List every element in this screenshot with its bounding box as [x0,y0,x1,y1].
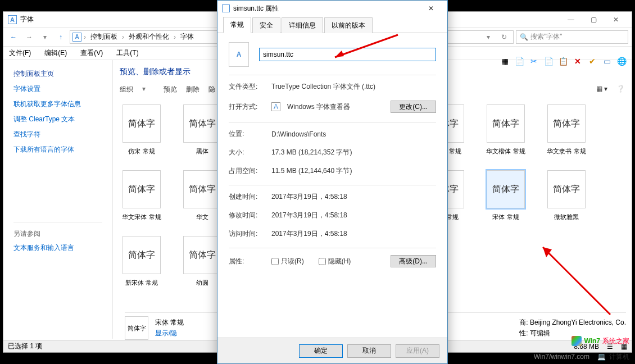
sidebar-home[interactable]: 控制面板主页 [13,69,102,79]
sidebar-link-2[interactable]: 调整 ClearType 文本 [13,115,102,124]
up-button[interactable]: ↑ [54,30,67,44]
font-item[interactable]: 简体字华文隶书 常规 [545,104,588,156]
cancel-button[interactable]: 取消 [347,344,391,358]
check-icon[interactable]: ✔ [587,56,598,67]
dialog-tabs: 常规 安全 详细信息 以前的版本 [217,16,447,33]
view-thumb-icon[interactable]: ▦ [499,56,510,67]
view-options-icon[interactable]: 📄 [514,56,525,67]
font-thumb: 简体字 [123,236,161,274]
search-icon: 🔍 [520,33,528,41]
menu-tools[interactable]: 工具(T) [114,47,140,59]
sidebar-seealso-label: 另请参阅 [13,229,102,239]
cut-icon[interactable]: ✂ [528,56,539,67]
font-label: 华文楷体 常规 [486,147,525,156]
prop-created: 2017年3月19日，4:58:18 [271,192,436,202]
crumb-control-panel[interactable]: 控制面板 [88,32,120,42]
detail-font-name: 宋体 常规 [155,318,184,327]
paste-icon[interactable]: 📋 [557,56,569,67]
font-item[interactable]: 简体字新宋体 常规 [120,236,164,287]
history-dropdown[interactable]: ▾ [482,30,495,44]
search-input[interactable]: 🔍 搜索"字体" [516,30,628,44]
refresh-button[interactable]: ↻ [497,30,511,44]
cmd-hide[interactable]: 隐 [208,85,215,94]
font-folder-icon: A [72,33,81,42]
help-icon[interactable]: ❔ [616,85,625,94]
crumb-appearance[interactable]: 外观和个性化 [126,32,171,42]
minimize-button[interactable]: — [560,12,582,27]
font-label: 新宋体 常规 [125,279,158,287]
font-item[interactable]: 简体字华文楷体 常规 [484,104,528,156]
cmd-delete[interactable]: 删除 [186,85,199,94]
close-button[interactable]: ✕ [605,12,627,27]
font-item[interactable]: 简体字宋体 常规 [484,170,528,221]
detail-show-hide[interactable]: 显示/隐 [155,329,184,338]
filename-input[interactable] [259,48,436,61]
menu-edit[interactable]: 编辑(E) [42,47,69,59]
file-type-icon: A [229,42,249,67]
file-icon [222,4,230,12]
prop-filetype: TrueType Collection 字体文件 (.ttc) [271,82,436,92]
prop-size: 17.3 MB (18,214,352 字节) [271,148,436,157]
menu-file[interactable]: 文件(F) [7,47,33,59]
delete-icon[interactable]: ✕ [572,56,583,67]
globe-icon[interactable]: 🌐 [616,56,627,67]
copy-icon[interactable]: 📄 [543,56,554,67]
advanced-button[interactable]: 高级(D)... [391,255,436,267]
font-item[interactable]: 简体字仿宋 常规 [120,104,164,156]
font-viewer-icon: A [271,102,280,111]
font-label: 仿宋 常规 [128,147,155,156]
font-thumb: 简体字 [183,104,221,143]
status-selected: 已选择 1 项 [8,342,42,351]
taskbar-fragment: Win7/winwin7.com 💻计算机 [534,351,629,363]
watermark: Win7系统之家 [572,336,629,346]
hidden-checkbox[interactable]: 隐藏(H) [319,257,351,266]
recent-dropdown[interactable]: ▾ [38,30,52,44]
change-app-button[interactable]: 更改(C)... [391,101,436,113]
font-thumb: 简体字 [547,104,586,143]
menu-view[interactable]: 查看(V) [78,47,105,59]
tab-general[interactable]: 常规 [223,17,251,33]
detail-thumb: 简体字 [125,316,148,340]
font-thumb: 简体字 [547,170,586,208]
font-item[interactable]: 简体字华文宋体 常规 [120,170,164,221]
readonly-checkbox[interactable]: 只读(R) [271,257,304,266]
sidebar-link-0[interactable]: 字体设置 [13,84,102,94]
prop-modified: 2017年3月19日，4:58:18 [271,211,436,220]
font-thumb: 简体字 [123,170,161,208]
search-placeholder: 搜索"字体" [530,32,563,42]
sidebar: 控制面板主页 字体设置 联机获取更多字体信息 调整 ClearType 文本 查… [3,60,113,339]
tab-security[interactable]: 安全 [252,17,280,33]
ok-button[interactable]: 确定 [299,344,343,358]
prop-accessed: 2017年3月19日，4:58:18 [271,229,436,239]
rename-icon[interactable]: ▭ [601,56,613,67]
properties-dialog: simsun.ttc 属性 ✕ 常规 安全 详细信息 以前的版本 A 文件类型:… [217,0,448,364]
view-toggle-icon[interactable]: ▦ ▾ [596,85,607,94]
dialog-close-button[interactable]: ✕ [419,1,443,16]
crumb-fonts[interactable]: 字体 [178,32,196,42]
dialog-title: simsun.ttc 属性 [233,4,279,13]
win-logo-icon [572,336,582,346]
back-button[interactable]: ← [7,30,20,44]
dialog-titlebar: simsun.ttc 属性 ✕ [217,1,447,16]
cmd-organize[interactable]: 组织 [120,85,133,94]
font-label: 华文隶书 常规 [547,147,586,156]
font-thumb: 简体字 [487,170,525,208]
cmd-preview[interactable]: 预览 [164,85,177,94]
apply-button[interactable]: 应用(A) [396,344,439,358]
detail-editable: 可编辑 [530,329,550,337]
font-item[interactable]: 简体字微软雅黑 [545,170,588,221]
tab-previous[interactable]: 以前的版本 [324,17,373,33]
font-label: 华文宋体 常规 [122,213,161,221]
font-thumb: 简体字 [183,170,221,208]
font-app-icon: A [8,15,17,24]
sidebar-seealso-link[interactable]: 文本服务和输入语言 [13,243,102,253]
font-label: 幼圆 [196,279,208,287]
tab-details[interactable]: 详细信息 [282,17,323,33]
right-toolbar: ▦ 📄 ✂ 📄 📋 ✕ ✔ ▭ 🌐 [499,56,627,67]
font-thumb: 简体字 [183,236,221,274]
sidebar-link-3[interactable]: 查找字符 [13,130,102,139]
forward-button[interactable]: → [22,30,36,44]
sidebar-link-1[interactable]: 联机获取更多字体信息 [13,99,102,109]
sidebar-link-4[interactable]: 下载所有语言的字体 [13,145,102,154]
maximize-button[interactable]: ▢ [582,12,605,27]
